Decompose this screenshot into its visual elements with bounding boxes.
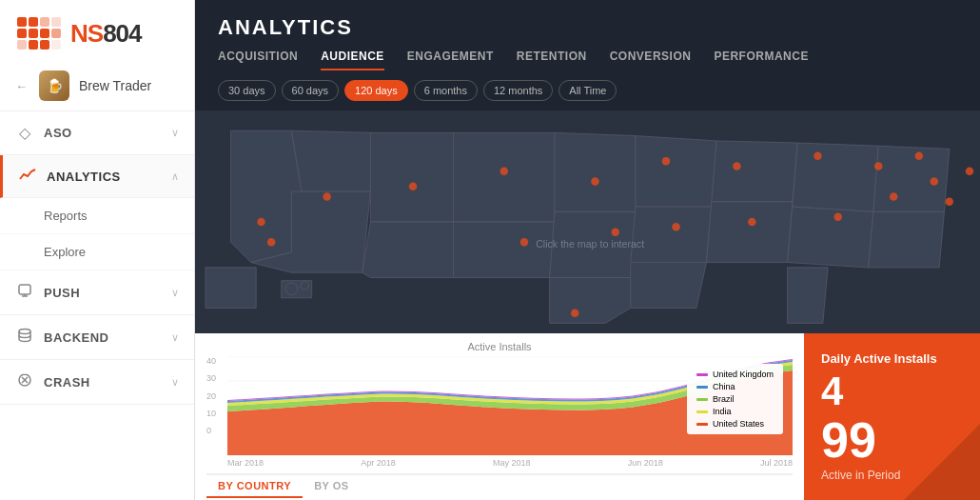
logo-text: NS804 xyxy=(70,19,142,49)
svg-point-5 xyxy=(285,283,298,295)
filter-60days[interactable]: 60 days xyxy=(282,80,340,101)
sidebar-item-analytics-label: ANALYTICS xyxy=(47,170,121,184)
sidebar-item-backend[interactable]: BACKEND ∨ xyxy=(0,315,194,360)
sidebar-sub-explore[interactable]: Explore xyxy=(0,234,194,270)
sidebar-sub-reports[interactable]: Reports xyxy=(0,198,194,234)
legend-color-brazil xyxy=(696,398,708,401)
chart-area: Active Installs 40 30 20 10 0 xyxy=(195,333,804,500)
analytics-icon xyxy=(18,168,37,185)
chart-tab-os[interactable]: BY OS xyxy=(303,475,361,498)
svg-text:Click the map to interact: Click the map to interact xyxy=(536,238,644,250)
svg-point-14 xyxy=(611,228,619,236)
stats-label: Daily Active Installs xyxy=(821,351,963,366)
legend-india: India xyxy=(696,407,774,416)
svg-point-17 xyxy=(733,162,741,170)
stats-daily-number: 4 xyxy=(821,371,963,411)
svg-point-27 xyxy=(571,309,579,317)
legend-label-india: India xyxy=(713,407,732,416)
svg-point-22 xyxy=(890,192,898,201)
legend-china: China xyxy=(696,382,774,391)
logo-icon xyxy=(17,17,61,50)
logo: NS804 xyxy=(0,0,194,61)
chart-x-axis: Mar 2018 Apr 2018 May 2018 Jun 2018 Jul … xyxy=(206,458,793,468)
tab-conversion[interactable]: CONVERSION xyxy=(610,50,692,70)
svg-point-9 xyxy=(323,192,331,201)
bottom-section: Active Installs 40 30 20 10 0 xyxy=(195,333,980,500)
back-arrow-icon: ← xyxy=(15,79,28,93)
filter-6months[interactable]: 6 months xyxy=(414,80,478,101)
svg-point-18 xyxy=(748,218,756,227)
analytics-tabs: ACQUISITION AUDIENCE ENGAGEMENT RETENTIO… xyxy=(218,50,957,70)
aso-icon: ◇ xyxy=(15,124,34,142)
svg-point-19 xyxy=(813,152,822,161)
svg-point-7 xyxy=(257,218,265,227)
legend-uk: United Kingdom xyxy=(696,370,774,379)
tab-performance[interactable]: PERFORMANCE xyxy=(714,50,809,70)
sidebar-item-push[interactable]: PUSH ∨ xyxy=(0,270,194,315)
geo-map[interactable]: Click the map to interact xyxy=(195,110,980,333)
chart-legend: United Kingdom China Brazil India xyxy=(687,364,783,434)
legend-brazil: Brazil xyxy=(696,394,774,404)
time-filter-group: 30 days 60 days 120 days 6 months 12 mon… xyxy=(218,80,957,101)
app-icon: 🍺 xyxy=(39,70,69,101)
app-name: Brew Trader xyxy=(79,78,151,93)
chart-title: Active Installs xyxy=(206,341,793,352)
svg-point-13 xyxy=(591,177,599,186)
chevron-down-icon: ∨ xyxy=(171,287,179,299)
sidebar-item-aso-label: ASO xyxy=(44,126,72,140)
svg-point-24 xyxy=(931,177,939,186)
filter-120days[interactable]: 120 days xyxy=(344,80,408,101)
tab-acquisition[interactable]: ACQUISITION xyxy=(218,50,298,70)
sidebar-item-crash[interactable]: CRASH ∨ xyxy=(0,360,194,405)
legend-label-brazil: Brazil xyxy=(713,394,735,404)
legend-color-china xyxy=(696,386,708,389)
chart-y-axis: 40 30 20 10 0 xyxy=(206,356,216,437)
map-svg: Click the map to interact xyxy=(195,110,980,333)
page-title: ANALYTICS xyxy=(218,15,957,40)
legend-color-us xyxy=(696,423,708,426)
sidebar-item-aso[interactable]: ◇ ASO ∨ xyxy=(0,111,194,155)
analytics-header: ANALYTICS ACQUISITION AUDIENCE ENGAGEMEN… xyxy=(195,0,980,110)
chevron-down-icon: ∨ xyxy=(171,127,179,139)
stats-period-number: 99 xyxy=(821,415,963,465)
filter-12months[interactable]: 12 months xyxy=(483,80,553,101)
legend-color-india xyxy=(696,410,708,413)
sidebar: NS804 ← 🍺 Brew Trader ◇ ASO ∨ ANALYTICS … xyxy=(0,0,195,500)
svg-point-15 xyxy=(662,157,671,166)
tab-audience[interactable]: AUDIENCE xyxy=(321,50,384,70)
chart-tabs: BY COUNTRY BY OS xyxy=(206,473,793,498)
chevron-down-icon: ∨ xyxy=(171,376,179,389)
chevron-up-icon: ∧ xyxy=(171,170,179,183)
tab-retention[interactable]: RETENTION xyxy=(517,50,587,70)
svg-point-21 xyxy=(874,162,883,170)
sidebar-item-analytics[interactable]: ANALYTICS ∧ xyxy=(0,155,194,198)
svg-point-12 xyxy=(520,238,529,247)
svg-point-8 xyxy=(267,238,276,247)
svg-point-20 xyxy=(833,212,842,221)
legend-label-us: United States xyxy=(713,419,764,429)
stats-panel: Daily Active Installs 4 99 Active in Per… xyxy=(804,333,980,500)
crash-icon xyxy=(15,372,34,391)
sidebar-item-push-label: PUSH xyxy=(44,286,80,300)
legend-label-uk: United Kingdom xyxy=(713,370,774,379)
filter-alltime[interactable]: All Time xyxy=(559,80,617,101)
main-content: ANALYTICS ACQUISITION AUDIENCE ENGAGEMEN… xyxy=(195,0,980,500)
tab-engagement[interactable]: ENGAGEMENT xyxy=(407,50,494,70)
stats-sub-label: Active in Period xyxy=(821,469,963,482)
svg-rect-0 xyxy=(19,285,30,294)
svg-point-6 xyxy=(301,282,309,290)
app-selector[interactable]: ← 🍺 Brew Trader xyxy=(0,61,194,111)
svg-point-3 xyxy=(19,330,30,334)
svg-point-11 xyxy=(500,168,508,176)
chart-tab-country[interactable]: BY COUNTRY xyxy=(206,475,303,498)
chevron-down-icon: ∨ xyxy=(171,331,179,344)
push-icon xyxy=(15,283,34,302)
filter-30days[interactable]: 30 days xyxy=(218,80,276,101)
svg-point-16 xyxy=(672,223,680,231)
legend-us: United States xyxy=(696,419,774,429)
backend-icon xyxy=(15,328,34,347)
svg-point-23 xyxy=(915,152,924,161)
sidebar-item-backend-label: BACKEND xyxy=(44,330,109,345)
legend-label-china: China xyxy=(713,382,735,391)
svg-point-26 xyxy=(966,168,974,176)
